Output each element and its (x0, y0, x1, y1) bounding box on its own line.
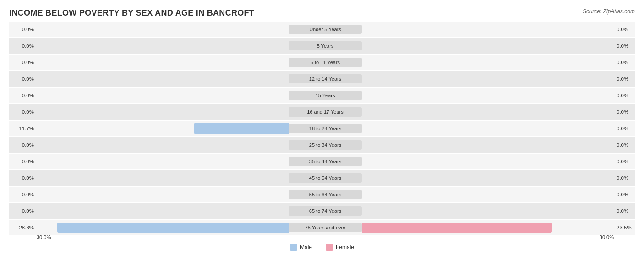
left-pct-15: 0.0% (9, 93, 37, 98)
left-pct-12-14: 0.0% (9, 76, 37, 82)
right-bar-area-75-over (362, 220, 614, 235)
left-bar-18-24 (194, 123, 289, 134)
right-pct-55-64: 0.0% (614, 192, 641, 197)
source-text: Source: ZipAtlas.com (583, 8, 635, 15)
bar-row-18-24: 11.7%18 to 24 Years0.0% (9, 121, 635, 136)
right-bar-area-16-17 (362, 104, 614, 120)
bar-row-6-11: 0.0%6 to 11 Years0.0% (9, 55, 635, 70)
left-pct-35-44: 0.0% (9, 159, 37, 164)
right-bar-area-under-5 (362, 22, 614, 37)
legend-female: Female (326, 244, 354, 251)
right-bar-area-25-34 (362, 137, 614, 153)
legend-male-box (290, 244, 297, 251)
legend: Male Female (9, 244, 635, 251)
right-pct-6-11: 0.0% (614, 60, 641, 65)
center-label-18-24: 18 to 24 Years (289, 124, 362, 133)
center-label-65-74: 65 to 74 Years (289, 206, 362, 216)
right-pct-65-74: 0.0% (614, 208, 641, 214)
chart-container: INCOME BELOW POVERTY BY SEX AND AGE IN B… (0, 0, 644, 256)
bar-row-35-44: 0.0%35 to 44 Years0.0% (9, 154, 635, 169)
right-bar-area-65-74 (362, 203, 614, 219)
left-bar-area-16-17 (37, 104, 289, 120)
bar-row-55-64: 0.0%55 to 64 Years0.0% (9, 187, 635, 202)
right-bar-area-18-24 (362, 121, 614, 136)
bar-row-45-54: 0.0%45 to 54 Years0.0% (9, 170, 635, 186)
left-bar-area-12-14 (37, 71, 289, 87)
center-label-16-17: 16 and 17 Years (289, 107, 362, 117)
right-pct-5-years: 0.0% (614, 43, 641, 49)
right-pct-75-over: 23.5% (614, 225, 641, 230)
left-bar-area-5-years (37, 38, 289, 54)
left-pct-25-34: 0.0% (9, 142, 37, 148)
center-label-under-5: Under 5 Years (289, 25, 362, 34)
left-pct-75-over: 28.6% (9, 225, 37, 230)
right-bar-area-12-14 (362, 71, 614, 87)
left-pct-6-11: 0.0% (9, 60, 37, 65)
left-bar-area-75-over (37, 220, 289, 235)
left-bar-area-under-5 (37, 22, 289, 37)
bar-row-16-17: 0.0%16 and 17 Years0.0% (9, 104, 635, 120)
left-pct-45-54: 0.0% (9, 175, 37, 181)
right-pct-18-24: 0.0% (614, 126, 641, 131)
bar-row-5-years: 0.0%5 Years0.0% (9, 38, 635, 54)
right-bar-area-15 (362, 88, 614, 103)
left-bar-area-45-54 (37, 170, 289, 186)
left-pct-5-years: 0.0% (9, 43, 37, 49)
left-bar-area-6-11 (37, 55, 289, 70)
right-bar-area-55-64 (362, 187, 614, 202)
left-bar-area-15 (37, 88, 289, 103)
right-bar-area-45-54 (362, 170, 614, 186)
right-pct-under-5: 0.0% (614, 27, 641, 32)
left-pct-under-5: 0.0% (9, 27, 37, 32)
legend-male-label: Male (300, 244, 312, 250)
center-label-75-over: 75 Years and over (289, 223, 362, 232)
legend-female-label: Female (336, 244, 354, 250)
chart-title: INCOME BELOW POVERTY BY SEX AND AGE IN B… (9, 8, 635, 18)
left-pct-16-17: 0.0% (9, 109, 37, 115)
center-label-5-years: 5 Years (289, 41, 362, 50)
bar-row-12-14: 0.0%12 to 14 Years0.0% (9, 71, 635, 87)
right-bar-75-over (362, 223, 552, 233)
right-pct-15: 0.0% (614, 93, 641, 98)
left-pct-55-64: 0.0% (9, 192, 37, 197)
center-label-15: 15 Years (289, 91, 362, 100)
right-pct-45-54: 0.0% (614, 175, 641, 181)
right-bar-area-6-11 (362, 55, 614, 70)
bar-row-under-5: 0.0%Under 5 Years0.0% (9, 22, 635, 37)
center-label-55-64: 55 to 64 Years (289, 190, 362, 199)
left-bar-area-25-34 (37, 137, 289, 153)
legend-male: Male (290, 244, 312, 251)
center-label-12-14: 12 to 14 Years (289, 74, 362, 83)
bar-row-75-over: 28.6%75 Years and over23.5% (9, 220, 635, 235)
right-pct-16-17: 0.0% (614, 109, 641, 115)
left-bar-75-over (57, 223, 289, 233)
left-bar-area-65-74 (37, 203, 289, 219)
legend-female-box (326, 244, 333, 251)
right-pct-25-34: 0.0% (614, 142, 641, 148)
left-bar-area-55-64 (37, 187, 289, 202)
left-bar-area-35-44 (37, 154, 289, 169)
right-pct-12-14: 0.0% (614, 76, 641, 82)
right-bar-area-35-44 (362, 154, 614, 169)
left-bar-area-18-24 (37, 121, 289, 136)
center-label-6-11: 6 to 11 Years (289, 58, 362, 67)
right-bar-area-5-years (362, 38, 614, 54)
bar-row-15: 0.0%15 Years0.0% (9, 88, 635, 103)
center-label-25-34: 25 to 34 Years (289, 140, 362, 150)
chart-area: 0.0%Under 5 Years0.0%0.0%5 Years0.0%0.0%… (9, 22, 635, 233)
bar-row-65-74: 0.0%65 to 74 Years0.0% (9, 203, 635, 219)
center-label-45-54: 45 to 54 Years (289, 173, 362, 183)
bar-row-25-34: 0.0%25 to 34 Years0.0% (9, 137, 635, 153)
left-pct-65-74: 0.0% (9, 208, 37, 214)
center-label-35-44: 35 to 44 Years (289, 157, 362, 166)
left-pct-18-24: 11.7% (9, 126, 37, 131)
right-pct-35-44: 0.0% (614, 159, 641, 164)
